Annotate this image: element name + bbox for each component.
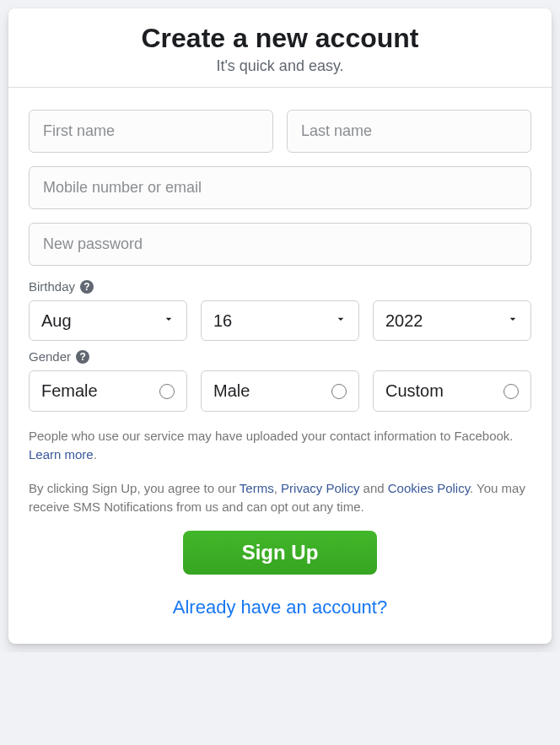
birthday-month-wrap: Aug xyxy=(29,300,187,341)
legal-text: , xyxy=(274,481,281,495)
signup-form: Birthday ? Aug 16 xyxy=(8,88,552,644)
gender-help-icon[interactable]: ? xyxy=(76,350,89,364)
birthday-label-row: Birthday ? xyxy=(29,279,531,294)
legal-contact-info: People who use our service may have uplo… xyxy=(29,427,531,464)
birthday-help-icon[interactable]: ? xyxy=(80,280,94,294)
password-input[interactable] xyxy=(29,223,531,266)
last-name-input[interactable] xyxy=(287,110,531,153)
gender-option-label: Custom xyxy=(385,381,444,401)
name-row xyxy=(29,110,531,153)
legal-text: By clicking Sign Up, you agree to our xyxy=(29,481,240,495)
birthday-row: Aug 16 2022 xyxy=(29,300,531,341)
page-title: Create a new account xyxy=(25,22,535,54)
birthday-year-wrap: 2022 xyxy=(373,300,531,341)
legal-text: and xyxy=(359,481,387,495)
learn-more-link[interactable]: Learn more xyxy=(29,447,94,462)
cookies-policy-link[interactable]: Cookies Policy xyxy=(388,481,470,495)
gender-row: Female Male Custom xyxy=(29,370,531,412)
birthday-day-wrap: 16 xyxy=(201,300,359,341)
gender-label: Gender xyxy=(29,349,71,364)
legal-terms: By clicking Sign Up, you agree to our Te… xyxy=(29,479,531,516)
gender-option-female[interactable]: Female xyxy=(29,370,187,412)
birthday-year-select[interactable]: 2022 xyxy=(373,300,531,341)
privacy-policy-link[interactable]: Privacy Policy xyxy=(281,481,359,495)
contact-input[interactable] xyxy=(29,166,531,209)
gender-option-label: Male xyxy=(213,381,250,401)
signup-button[interactable]: Sign Up xyxy=(183,531,378,575)
legal-text: . xyxy=(94,447,97,462)
contact-row xyxy=(29,166,531,209)
signup-card: Create a new account It's quick and easy… xyxy=(8,8,552,644)
birthday-label: Birthday xyxy=(29,279,75,294)
birthday-day-select[interactable]: 16 xyxy=(201,300,359,341)
gender-label-row: Gender ? xyxy=(29,349,531,364)
gender-radio-female[interactable] xyxy=(159,384,175,399)
gender-radio-male[interactable] xyxy=(331,384,347,399)
legal-text: People who use our service may have uplo… xyxy=(29,429,514,443)
first-name-input[interactable] xyxy=(29,110,273,153)
card-header: Create a new account It's quick and easy… xyxy=(8,8,552,87)
page-subtitle: It's quick and easy. xyxy=(25,57,535,75)
gender-option-custom[interactable]: Custom xyxy=(373,370,531,412)
terms-link[interactable]: Terms xyxy=(240,481,274,495)
already-have-account-link[interactable]: Already have an account? xyxy=(29,597,531,618)
birthday-month-select[interactable]: Aug xyxy=(29,300,187,341)
gender-option-label: Female xyxy=(41,381,98,401)
gender-radio-custom[interactable] xyxy=(503,384,519,399)
password-row xyxy=(29,223,531,266)
gender-option-male[interactable]: Male xyxy=(201,370,359,412)
